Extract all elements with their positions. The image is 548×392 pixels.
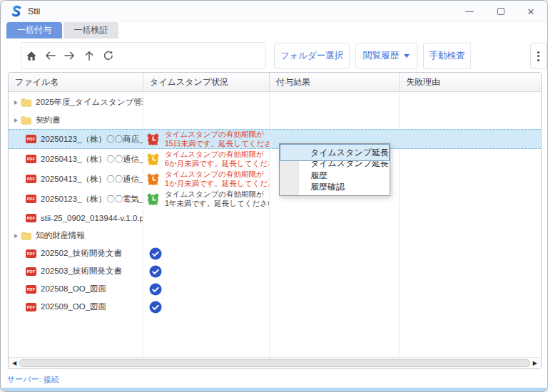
status-cell	[143, 93, 269, 111]
status-cell	[143, 227, 269, 244]
pdf-file-icon: PDF	[26, 195, 36, 203]
column-header-timestamp-status[interactable]: タイムスタンプ状況	[143, 73, 269, 91]
pdf-file-icon: PDF	[26, 175, 36, 183]
status-cell: タイムスタンプの有効期限が1か月未満です。延長してください。	[143, 169, 269, 189]
tab-batch-verify[interactable]: 一括検証	[64, 22, 118, 38]
table-row-file[interactable]: PDF20250413_（株）〇〇通信_29,000_タイムスタンプの有効期限が…	[9, 169, 541, 189]
app-logo-icon	[10, 5, 23, 18]
button-label: フォルダー選択	[280, 50, 344, 62]
alarm-clock-icon	[146, 153, 160, 166]
home-icon[interactable]	[21, 51, 41, 61]
file-name: 契約書	[36, 115, 61, 125]
horizontal-scrollbar[interactable]: ◀ ▶	[9, 357, 541, 368]
file-name: 20250413_（株）〇〇通信_29,000_	[41, 174, 143, 185]
column-header-filename[interactable]: ファイル名	[9, 73, 143, 91]
pdf-file-icon: PDF	[26, 214, 36, 222]
app-window: Stii ✕ 一括付与 一括検証 フォルダー選択 閲覧履歴 手動検査	[0, 0, 548, 392]
table-row-file[interactable]: PDF202509_OO_図面	[9, 298, 541, 316]
close-button[interactable]: ✕	[522, 4, 540, 19]
status-line: タイムスタンプの有効期限が	[165, 190, 269, 199]
alarm-clock-icon	[146, 172, 160, 186]
status-line: タイムスタンプの有効期限が	[165, 170, 269, 179]
file-name: 20250123_（株）〇〇商店_99,000_	[41, 134, 143, 145]
alarm-clock-icon	[146, 133, 160, 146]
check-circle-icon	[149, 301, 162, 314]
status-line: タイムスタンプの有効期限が	[165, 150, 269, 159]
table-row-folder[interactable]: 知的財産情報	[9, 227, 541, 244]
back-arrow-icon[interactable]	[41, 51, 60, 61]
folder-select-button[interactable]: フォルダー選択	[274, 43, 350, 69]
scroll-right-arrow-icon[interactable]: ▶	[533, 360, 537, 367]
check-circle-icon	[149, 247, 162, 260]
table-row-folder[interactable]: 2025年度_タイムスタンプ管理	[9, 93, 541, 111]
alarm-clock-icon	[146, 192, 160, 206]
window-title: Stii	[28, 6, 40, 16]
button-label: 閲覧履歴	[363, 50, 399, 62]
view-history-button[interactable]: 閲覧履歴	[355, 43, 417, 69]
column-header-failure-reason[interactable]: 失敗理由	[399, 73, 541, 91]
status-cell	[143, 262, 269, 280]
manual-inspect-button[interactable]: 手動検査	[423, 43, 471, 69]
table-row-file[interactable]: PDF202503_技術開発文書	[9, 262, 541, 280]
check-circle-icon	[149, 265, 162, 278]
status-cell	[143, 244, 269, 262]
more-options-button[interactable]	[530, 43, 547, 69]
button-label: 手動検査	[430, 50, 465, 62]
table-row-file[interactable]: PDF20250123_（株）〇〇電気_129,000_タイムスタンプの有効期限…	[9, 189, 541, 209]
name-cell: PDF20250413_（株）〇〇通信_18,000_	[9, 149, 143, 169]
table-row-file[interactable]: PDF20250413_（株）〇〇通信_18,000_タイムスタンプの有効期限が…	[9, 149, 541, 169]
forward-arrow-icon[interactable]	[60, 51, 79, 61]
name-cell: 2025年度_タイムスタンプ管理	[9, 93, 143, 111]
table-row-file[interactable]: PDF202508_OO_図面	[9, 280, 541, 298]
column-header-grant-result[interactable]: 付与結果	[269, 73, 399, 91]
expand-arrow-icon[interactable]	[14, 100, 18, 105]
menu-item-label: 履歴確認	[310, 181, 345, 193]
file-table: ファイル名 タイムスタンプ状況 付与結果 失敗理由 2025年度_タイムスタンプ…	[8, 72, 542, 369]
file-name: 202502_技術開発文書	[41, 248, 122, 259]
status-line: タイムスタンプの有効期限が	[165, 130, 269, 139]
expand-arrow-icon[interactable]	[14, 234, 18, 238]
status-cell	[143, 298, 269, 316]
folder-icon	[21, 98, 31, 107]
scroll-left-arrow-icon[interactable]: ◀	[12, 360, 16, 367]
file-name: 20250123_（株）〇〇電気_129,000_	[41, 194, 143, 205]
menu-item-extend-history[interactable]: タイムスタンプ延長履歴	[280, 161, 390, 178]
pdf-file-icon: PDF	[26, 303, 36, 311]
table-row-file[interactable]: PDF20250123_（株）〇〇商店_99,000_タイムスタンプの有効期限が…	[9, 129, 541, 149]
menu-item-extend-timestamp[interactable]: タイムスタンプ延長	[280, 144, 390, 161]
navigation-toolbar	[21, 42, 266, 69]
table-row-file[interactable]: PDF202502_技術開発文書	[9, 244, 541, 262]
menu-item-history-check[interactable]: 履歴確認	[280, 178, 390, 195]
caret-down-icon	[404, 54, 410, 58]
minimize-button[interactable]	[460, 4, 479, 19]
table-row-file[interactable]: PDFstii-25_0902_013944-v.1.0.pdf	[9, 209, 541, 227]
name-cell: PDF202509_OO_図面	[9, 298, 143, 316]
status-line: 6か月未満です。延長してください。	[165, 159, 269, 168]
name-cell: PDF202502_技術開発文書	[9, 244, 143, 262]
pdf-file-icon: PDF	[26, 285, 36, 294]
table-row-folder[interactable]: 契約書	[9, 111, 541, 129]
name-cell: PDF20250413_（株）〇〇通信_29,000_	[9, 169, 143, 189]
table-header: ファイル名 タイムスタンプ状況 付与結果 失敗理由	[9, 73, 541, 92]
minimize-icon	[465, 11, 474, 12]
pdf-file-icon: PDF	[26, 135, 36, 143]
refresh-icon[interactable]	[98, 50, 118, 61]
status-text: タイムスタンプの有効期限が6か月未満です。延長してください。	[165, 150, 269, 168]
file-name: 20250413_（株）〇〇通信_18,000_	[41, 154, 143, 165]
maximize-button[interactable]	[492, 4, 510, 19]
menu-item-label: タイムスタンプ延長	[310, 147, 389, 159]
status-line: 1か月未満です。延長してください。	[165, 179, 269, 188]
tab-bar: 一括付与 一括検証	[1, 22, 547, 38]
status-line: 15日未満です。延長してください。	[165, 139, 269, 148]
scrollbar-thumb[interactable]	[19, 359, 530, 367]
tab-batch-grant[interactable]: 一括付与	[6, 22, 62, 38]
up-arrow-icon[interactable]	[79, 50, 98, 61]
status-cell: タイムスタンプの有効期限が15日未満です。延長してください。	[143, 130, 269, 148]
name-cell: PDFstii-25_0902_013944-v.1.0.pdf	[9, 209, 143, 227]
name-cell: PDF20250123_（株）〇〇商店_99,000_	[9, 130, 143, 148]
file-name: 202509_OO_図面	[41, 301, 106, 312]
file-name: stii-25_0902_013944-v.1.0.pdf	[41, 214, 143, 222]
status-cell	[143, 209, 269, 227]
expand-arrow-icon[interactable]	[14, 118, 18, 123]
status-text: タイムスタンプの有効期限が1か月未満です。延長してください。	[165, 170, 269, 188]
